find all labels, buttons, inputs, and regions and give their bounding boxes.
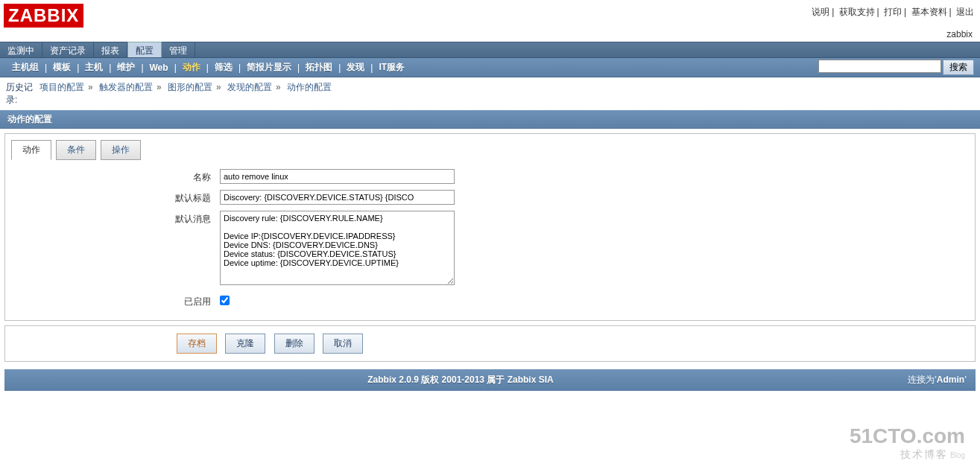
form-container: 动作 条件 操作 名称 默认标题 默认消息 Discovery rule: {D… xyxy=(4,133,976,321)
link-print[interactable]: 打印 xyxy=(884,7,902,17)
crumb-triggers[interactable]: 触发器的配置 xyxy=(99,82,153,92)
footer-copyright: Zabbix 2.0.9 版权 2001-2013 属于 Zabbix SIA xyxy=(13,374,908,386)
nav-configuration[interactable]: 配置 xyxy=(127,42,162,57)
subnav-hostgroups[interactable]: 主机组 xyxy=(6,61,45,74)
tab-operations[interactable]: 操作 xyxy=(101,140,141,160)
footer: Zabbix 2.0.9 版权 2001-2013 属于 Zabbix SIA … xyxy=(4,369,976,391)
enabled-checkbox[interactable] xyxy=(220,296,230,305)
tab-action[interactable]: 动作 xyxy=(11,140,51,160)
crumb-actions[interactable]: 动作的配置 xyxy=(287,82,332,92)
name-label: 名称 xyxy=(11,169,220,184)
tab-conditions[interactable]: 条件 xyxy=(56,140,96,160)
link-support[interactable]: 获取支持 xyxy=(839,7,875,17)
subject-label: 默认标题 xyxy=(11,190,220,205)
nav-reports[interactable]: 报表 xyxy=(94,42,127,57)
top-links: 说明| 获取支持| 打印| 基本资料| 退出 xyxy=(812,6,974,19)
subnav-itservices[interactable]: IT服务 xyxy=(373,61,411,74)
crumb-graphs[interactable]: 图形的配置 xyxy=(168,82,212,92)
subject-field[interactable] xyxy=(220,190,455,205)
nav-administration[interactable]: 管理 xyxy=(162,42,195,57)
search-button[interactable]: 搜索 xyxy=(943,60,974,75)
sub-nav: 主机组| 模板| 主机| 维护| Web| 动作| 筛选| 简报片显示| 拓扑图… xyxy=(0,58,980,77)
cancel-button[interactable]: 取消 xyxy=(323,334,363,354)
main-nav: 监测中 资产记录 报表 配置 管理 xyxy=(0,42,980,58)
subnav-maps[interactable]: 拓扑图 xyxy=(300,61,338,74)
footer-user: 连接为'Admin' xyxy=(908,374,967,386)
nav-inventory[interactable]: 资产记录 xyxy=(42,42,94,57)
subnav-hosts[interactable]: 主机 xyxy=(79,61,109,74)
link-help[interactable]: 说明 xyxy=(812,7,829,17)
subnav-slideshows[interactable]: 简报片显示 xyxy=(241,61,297,74)
name-field[interactable] xyxy=(220,169,455,184)
message-field[interactable]: Discovery rule: {DISCOVERY.RULE.NAME} De… xyxy=(220,211,455,285)
subnav-maintenance[interactable]: 维护 xyxy=(111,61,141,74)
crumb-discovery[interactable]: 发现的配置 xyxy=(227,82,272,92)
section-title: 动作的配置 xyxy=(0,110,980,129)
link-profile[interactable]: 基本资料 xyxy=(911,7,947,17)
search-input[interactable] xyxy=(818,60,941,73)
nav-monitoring[interactable]: 监测中 xyxy=(0,42,42,57)
subnav-templates[interactable]: 模板 xyxy=(47,61,77,74)
breadcrumb: 项目的配置» 触发器的配置» 图形的配置» 发现的配置» 动作的配置 xyxy=(39,81,332,106)
save-button[interactable]: 存档 xyxy=(177,334,217,354)
clone-button[interactable]: 克隆 xyxy=(225,334,265,354)
delete-button[interactable]: 删除 xyxy=(274,334,314,354)
history-label: 历史记录: xyxy=(6,81,39,106)
button-row: 存档 克隆 删除 取消 xyxy=(4,325,976,362)
subnav-screens[interactable]: 筛选 xyxy=(209,61,238,74)
message-label: 默认消息 xyxy=(11,211,220,287)
user-label: zabbix xyxy=(0,28,980,42)
crumb-items[interactable]: 项目的配置 xyxy=(39,82,84,92)
enabled-label: 已启用 xyxy=(11,293,220,308)
subnav-web[interactable]: Web xyxy=(144,63,174,73)
subnav-discovery[interactable]: 发现 xyxy=(341,61,370,74)
zabbix-logo: ZABBIX xyxy=(4,4,83,28)
link-logout[interactable]: 退出 xyxy=(956,7,974,17)
subnav-actions[interactable]: 动作 xyxy=(177,61,206,74)
